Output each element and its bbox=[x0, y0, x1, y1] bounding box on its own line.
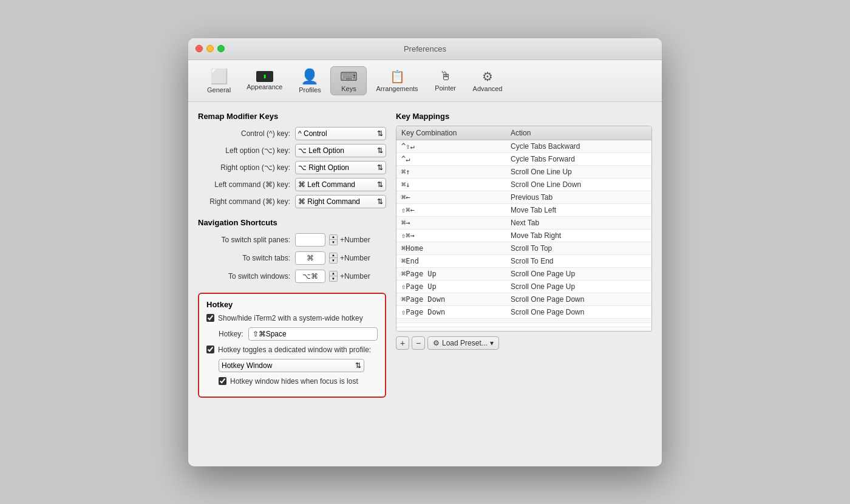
traffic-lights bbox=[195, 45, 225, 52]
right-option-label: Right option (⌥) key: bbox=[198, 163, 295, 172]
split-panes-suffix: +Number bbox=[340, 236, 370, 244]
key-combo: ⇧⌘← bbox=[401, 206, 511, 214]
toolbar-profiles[interactable]: 👤 Profiles bbox=[291, 65, 328, 97]
table-row[interactable] bbox=[396, 327, 651, 331]
table-row[interactable]: ⇧Page UpScroll One Page Up bbox=[396, 281, 651, 293]
remap-section-title: Remap Modifier Keys bbox=[198, 112, 386, 121]
key-mappings-table: Key Combination Action ^⇧↵Cycle Tabs Bac… bbox=[396, 126, 652, 332]
switch-tabs-suffix: +Number bbox=[340, 254, 370, 262]
table-row[interactable]: ⌘↓Scroll One Line Down bbox=[396, 179, 651, 191]
table-footer: + − ⚙ Load Preset... ▾ bbox=[396, 336, 652, 350]
table-row[interactable]: ⌘Page DownScroll One Page Down bbox=[396, 293, 651, 306]
profile-dropdown[interactable]: Hotkey Window ⇅ bbox=[219, 359, 364, 372]
tabs-stepper-down-icon[interactable]: ▼ bbox=[330, 258, 337, 263]
remove-mapping-button[interactable]: − bbox=[412, 336, 425, 350]
keys-label: Keys bbox=[341, 85, 356, 92]
right-option-select[interactable]: ⌥ Right Option ⇅ bbox=[295, 161, 386, 174]
table-row[interactable]: ⌘↑Scroll One Line Up bbox=[396, 166, 651, 179]
close-button[interactable] bbox=[195, 45, 203, 52]
table-row[interactable]: ⌘Page UpScroll One Page Up bbox=[396, 268, 651, 281]
toolbar: ⬜ General ▮ Appearance 👤 Profiles ⌨ Keys… bbox=[188, 60, 662, 102]
switch-windows-row: To switch windows: ⌥⌘ ▲ ▼ +Number bbox=[198, 270, 386, 283]
stepper-down-icon[interactable]: ▼ bbox=[330, 240, 337, 245]
right-option-row: Right option (⌥) key: ⌥ Right Option ⇅ bbox=[198, 161, 386, 174]
toolbar-pointer[interactable]: 🖱 Pointer bbox=[427, 66, 464, 95]
left-command-select[interactable]: ⌘ Left Command ⇅ bbox=[295, 178, 386, 191]
window-title: Preferences bbox=[404, 44, 446, 53]
table-row[interactable]: ^↵Cycle Tabs Forward bbox=[396, 153, 651, 166]
right-panel: Key Mappings Key Combination Action ^⇧↵C… bbox=[396, 112, 652, 457]
windows-stepper-down-icon[interactable]: ▼ bbox=[330, 276, 337, 281]
pointer-label: Pointer bbox=[435, 84, 456, 92]
profile-dropdown-arrow-icon: ⇅ bbox=[355, 361, 361, 370]
switch-windows-stepper[interactable]: ▲ ▼ bbox=[329, 271, 338, 282]
table-row[interactable]: ⌘←Previous Tab bbox=[396, 191, 651, 204]
show-hide-checkbox[interactable] bbox=[206, 314, 214, 322]
profiles-icon: 👤 bbox=[301, 68, 319, 85]
key-combo: ^⇧↵ bbox=[401, 142, 511, 151]
hides-checkbox[interactable] bbox=[219, 377, 226, 385]
stepper-up-icon[interactable]: ▲ bbox=[330, 235, 337, 240]
advanced-label: Advanced bbox=[473, 85, 503, 92]
table-row[interactable] bbox=[396, 319, 651, 323]
add-mapping-button[interactable]: + bbox=[396, 336, 409, 350]
maximize-button[interactable] bbox=[217, 45, 225, 52]
switch-tabs-input[interactable]: ⌘ bbox=[295, 251, 325, 265]
control-select[interactable]: ^ Control ⇅ bbox=[295, 127, 386, 140]
toolbar-arrangements[interactable]: 📋 Arrangements bbox=[369, 66, 424, 95]
left-option-row: Left option (⌥) key: ⌥ Left Option ⇅ bbox=[198, 144, 386, 157]
left-command-row: Left command (⌘) key: ⌘ Left Command ⇅ bbox=[198, 178, 386, 191]
toolbar-keys[interactable]: ⌨ Keys bbox=[330, 66, 367, 95]
switch-tabs-input-group: ⌘ ▲ ▼ +Number bbox=[295, 251, 370, 265]
key-action: Cycle Tabs Forward bbox=[511, 155, 647, 163]
key-action: Scroll To End bbox=[511, 257, 647, 265]
toolbar-advanced[interactable]: ⚙ Advanced bbox=[466, 66, 509, 95]
titlebar: Preferences bbox=[188, 38, 662, 60]
key-combo: ⌘Home bbox=[401, 244, 511, 253]
load-preset-button[interactable]: ⚙ Load Preset... ▾ bbox=[427, 336, 499, 350]
tabs-stepper-up-icon[interactable]: ▲ bbox=[330, 253, 337, 259]
toggles-checkbox[interactable] bbox=[206, 346, 214, 353]
minimize-button[interactable] bbox=[206, 45, 214, 52]
key-combo: ⌘End bbox=[401, 257, 511, 265]
split-panes-stepper[interactable]: ▲ ▼ bbox=[329, 234, 338, 245]
windows-stepper-up-icon[interactable]: ▲ bbox=[330, 271, 337, 277]
right-option-stepper-icon: ⇅ bbox=[377, 163, 383, 172]
key-action: Scroll One Page Down bbox=[511, 295, 647, 304]
show-hide-label: Show/hide iTerm2 with a system-wide hotk… bbox=[218, 314, 363, 322]
table-row[interactable] bbox=[396, 323, 651, 327]
right-command-select[interactable]: ⌘ Right Command ⇅ bbox=[295, 195, 386, 208]
table-row[interactable]: ⌘EndScroll To End bbox=[396, 255, 651, 268]
hotkey-input[interactable]: ⇧⌘Space bbox=[248, 327, 378, 341]
toolbar-appearance[interactable]: ▮ Appearance bbox=[240, 68, 289, 94]
switch-windows-input-group: ⌥⌘ ▲ ▼ +Number bbox=[295, 270, 370, 283]
table-header: Key Combination Action bbox=[396, 126, 651, 140]
switch-windows-suffix: +Number bbox=[340, 272, 370, 281]
key-combo: ⇧Page Up bbox=[401, 282, 511, 291]
key-combo: ^↵ bbox=[401, 155, 511, 163]
hotkey-label: Hotkey: bbox=[219, 330, 243, 338]
control-label: Control (^) key: bbox=[198, 129, 295, 138]
left-option-select[interactable]: ⌥ Left Option ⇅ bbox=[295, 144, 386, 157]
key-action: Move Tab Right bbox=[511, 231, 647, 240]
switch-windows-input[interactable]: ⌥⌘ bbox=[295, 270, 325, 283]
col-action-header: Action bbox=[511, 129, 647, 137]
add-icon: + bbox=[400, 338, 405, 348]
table-row[interactable]: ⌘→Next Tab bbox=[396, 217, 651, 230]
toggles-label: Hotkey toggles a dedicated window with p… bbox=[218, 346, 371, 354]
table-row[interactable]: ⇧⌘→Move Tab Right bbox=[396, 230, 651, 242]
split-panes-row: To switch split panes: ▲ ▼ +Number bbox=[198, 233, 386, 247]
switch-tabs-stepper[interactable]: ▲ ▼ bbox=[329, 253, 338, 264]
key-action: Previous Tab bbox=[511, 193, 647, 202]
split-panes-input[interactable] bbox=[295, 233, 325, 247]
toolbar-general[interactable]: ⬜ General bbox=[200, 65, 237, 97]
switch-tabs-label: To switch tabs: bbox=[198, 254, 295, 262]
table-row[interactable]: ⌘HomeScroll To Top bbox=[396, 242, 651, 255]
table-row[interactable]: ^⇧↵Cycle Tabs Backward bbox=[396, 140, 651, 153]
hotkey-section-title: Hotkey bbox=[206, 300, 378, 309]
hotkey-section: Hotkey Show/hide iTerm2 with a system-wi… bbox=[198, 293, 386, 398]
general-icon: ⬜ bbox=[210, 68, 228, 85]
arrangements-icon: 📋 bbox=[390, 69, 405, 84]
table-row[interactable]: ⇧Page DownScroll One Page Down bbox=[396, 306, 651, 319]
table-row[interactable]: ⇧⌘←Move Tab Left bbox=[396, 204, 651, 217]
